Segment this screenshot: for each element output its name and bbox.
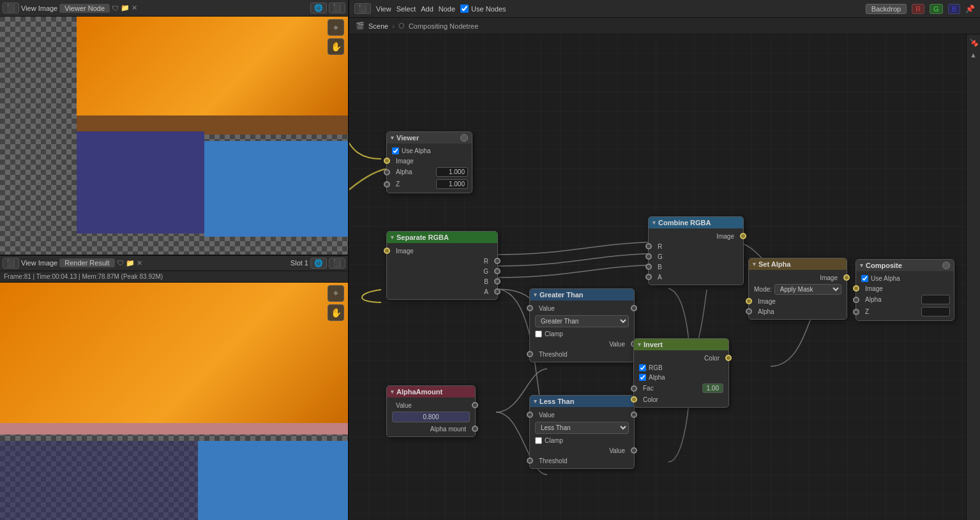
less-value-out-socket2[interactable] bbox=[631, 447, 637, 454]
zoom-fit-icon2[interactable]: ⌖ bbox=[328, 285, 344, 302]
greater-value-in-socket[interactable] bbox=[527, 305, 533, 311]
globe-btn[interactable]: 🌐 bbox=[310, 3, 327, 13]
alpha-amount-header[interactable]: ▾ AlphaAmount bbox=[387, 386, 475, 397]
alpha-amount-value-bar[interactable]: 0.800 bbox=[392, 412, 470, 422]
collapse-greater[interactable]: ▾ bbox=[534, 292, 537, 298]
breadcrumb-scene[interactable]: Scene bbox=[368, 22, 388, 30]
image-menu-btn2[interactable]: Image bbox=[38, 259, 58, 267]
invert-color-out-socket[interactable] bbox=[725, 355, 732, 361]
node-node-btn[interactable]: Node bbox=[439, 5, 455, 13]
viewer-alpha-value[interactable] bbox=[436, 167, 468, 177]
viewer-z-value[interactable] bbox=[436, 179, 468, 189]
invert-fac-bar[interactable]: 1.00 bbox=[702, 383, 723, 393]
image-menu-btn[interactable]: Image bbox=[38, 4, 58, 12]
combine-A-socket[interactable] bbox=[645, 274, 652, 280]
G-btn[interactable]: G bbox=[930, 4, 943, 14]
editor-type-btn2[interactable]: ⬛ bbox=[3, 258, 19, 269]
use-nodes-check[interactable] bbox=[460, 4, 469, 13]
pin-v-icon[interactable]: 📌 bbox=[968, 37, 979, 48]
folder-icon2: 📁 bbox=[126, 259, 135, 267]
collapse-invert[interactable]: ▾ bbox=[638, 341, 641, 348]
invert-header[interactable]: ▾ Invert bbox=[634, 339, 728, 350]
arr-up-icon[interactable]: ▲ bbox=[969, 50, 978, 60]
viewer-z-socket[interactable] bbox=[384, 181, 390, 188]
greater-value-out-socket[interactable] bbox=[631, 305, 637, 311]
greater-threshold-socket[interactable] bbox=[527, 351, 533, 357]
composite-alpha-value[interactable]: 0.000 bbox=[921, 295, 950, 304]
pan-icon2[interactable]: ✋ bbox=[328, 304, 344, 321]
composite-header[interactable]: ▾ Composite bbox=[856, 260, 954, 271]
combine-R-socket[interactable] bbox=[645, 243, 652, 249]
alpha-amount-value-out-socket[interactable] bbox=[472, 402, 478, 408]
composite-z-value[interactable]: 1.000 bbox=[921, 307, 950, 316]
node-select-btn[interactable]: Select bbox=[396, 5, 416, 13]
separate-rgba-header[interactable]: ▾ Separate RGBA bbox=[387, 232, 497, 243]
separate-B-socket[interactable] bbox=[494, 278, 501, 285]
collapse-combine[interactable]: ▾ bbox=[652, 219, 656, 226]
composite-alpha-label: Alpha bbox=[865, 296, 919, 303]
less-than-header[interactable]: ▾ Less Than bbox=[530, 396, 634, 407]
composite-use-alpha-check[interactable] bbox=[861, 275, 868, 282]
less-clamp-check[interactable] bbox=[535, 437, 542, 444]
collapse-viewer[interactable]: ▾ bbox=[391, 135, 394, 141]
bottom-viewer-content: ⌖ ✋ bbox=[0, 283, 348, 521]
viewer-node-header[interactable]: ▾ Viewer bbox=[387, 132, 472, 144]
set-alpha-image-out-socket[interactable] bbox=[843, 274, 850, 281]
less-value-out-socket[interactable] bbox=[631, 412, 637, 418]
combine-B-socket[interactable] bbox=[645, 264, 652, 270]
combine-G-socket[interactable] bbox=[645, 253, 652, 260]
B-btn[interactable]: B bbox=[948, 4, 960, 14]
alpha-mount-socket[interactable] bbox=[472, 426, 478, 432]
viewer-image-socket[interactable] bbox=[384, 158, 390, 164]
invert-fac-socket[interactable] bbox=[631, 385, 637, 392]
screen-btn[interactable]: ⬛ bbox=[329, 3, 345, 13]
separate-A-socket[interactable] bbox=[494, 288, 501, 295]
less-mode-select[interactable]: Less Than bbox=[535, 422, 629, 434]
zoom-fit-icon[interactable]: ⌖ bbox=[328, 19, 344, 36]
viewer-use-alpha-check[interactable] bbox=[392, 147, 399, 154]
separate-G-socket[interactable] bbox=[494, 268, 501, 274]
collapse-less[interactable]: ▾ bbox=[534, 398, 537, 405]
set-alpha-mode-select[interactable]: Apply Mask bbox=[774, 284, 841, 295]
close-btn2[interactable]: ✕ bbox=[137, 259, 142, 267]
composite-alpha-socket[interactable] bbox=[853, 297, 859, 303]
greater-clamp-check[interactable] bbox=[535, 331, 542, 338]
collapse-separate[interactable]: ▾ bbox=[391, 234, 394, 241]
node-canvas[interactable]: ▾ Viewer Use Alpha Image bbox=[349, 34, 980, 520]
invert-color-in-socket[interactable] bbox=[631, 396, 637, 403]
view-menu-btn[interactable]: View bbox=[21, 4, 36, 12]
node-add-btn[interactable]: Add bbox=[421, 5, 433, 13]
pin-icon[interactable]: 📌 bbox=[965, 4, 975, 13]
backdrop-btn[interactable]: Backdrop bbox=[866, 4, 907, 14]
view-menu-btn2[interactable]: View bbox=[21, 259, 36, 267]
pan-icon[interactable]: ✋ bbox=[328, 38, 344, 55]
greater-mode-select[interactable]: Greater Than bbox=[535, 315, 629, 327]
greater-than-header[interactable]: ▾ Greater Than bbox=[530, 289, 634, 301]
node-editor-type-btn[interactable]: ⬛ bbox=[354, 3, 371, 14]
R-btn[interactable]: R bbox=[912, 4, 924, 14]
set-alpha-image-in-socket[interactable] bbox=[746, 298, 752, 304]
close-btn[interactable]: ✕ bbox=[132, 4, 137, 12]
collapse-composite[interactable]: ▾ bbox=[860, 262, 863, 269]
node-view-btn[interactable]: View bbox=[376, 5, 391, 13]
viewer-alpha-socket[interactable] bbox=[384, 169, 390, 175]
less-value-in-socket[interactable] bbox=[527, 412, 533, 418]
editor-type-btn[interactable]: ⬛ bbox=[3, 3, 19, 13]
collapse-alphaamount[interactable]: ▾ bbox=[391, 389, 394, 395]
collapse-setalpha[interactable]: ▾ bbox=[753, 261, 756, 267]
combine-image-socket[interactable] bbox=[740, 233, 746, 239]
set-alpha-header[interactable]: ▾ Set Alpha bbox=[749, 258, 847, 270]
scene-icon: 🎬 bbox=[356, 22, 365, 30]
combine-rgba-header[interactable]: ▾ Combine RGBA bbox=[649, 217, 743, 228]
screen-btn2[interactable]: ⬛ bbox=[329, 258, 345, 269]
invert-rgb-check[interactable] bbox=[639, 364, 646, 371]
set-alpha-alpha-in-socket[interactable] bbox=[746, 308, 752, 315]
globe-btn2[interactable]: 🌐 bbox=[310, 258, 327, 269]
less-threshold-socket[interactable] bbox=[527, 457, 533, 464]
composite-z-socket[interactable] bbox=[853, 309, 859, 315]
separate-image-socket[interactable] bbox=[384, 248, 390, 254]
separate-R-socket[interactable] bbox=[494, 258, 501, 264]
composite-image-socket[interactable] bbox=[853, 285, 859, 292]
invert-alpha-check[interactable] bbox=[639, 374, 646, 381]
less-clamp-label: Clamp bbox=[545, 437, 563, 444]
